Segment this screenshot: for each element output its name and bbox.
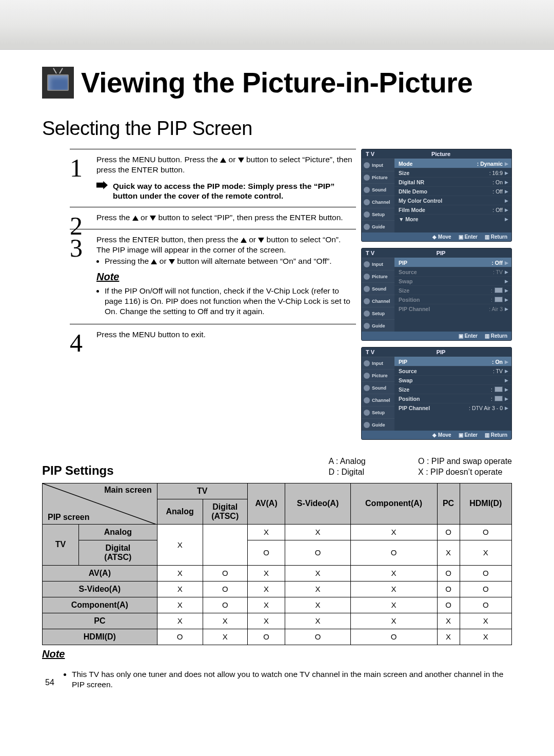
- legend-x: X : PIP doesn’t operate: [418, 468, 502, 476]
- row-digital: Digital (ATSC): [79, 540, 157, 565]
- legend: A : Analog O : PIP and swap operate D : …: [329, 456, 512, 478]
- cell: X: [247, 581, 285, 597]
- osd-move: Move: [438, 432, 451, 438]
- osd-pip-menu-on: T V PIP InputPictureSoundChannelSetupGui…: [361, 347, 512, 440]
- cell: X: [350, 613, 437, 629]
- legend-d: D : Digital: [329, 467, 416, 478]
- osd-row: PIP Channel: DTV Air 3 - 0▶: [394, 403, 511, 412]
- osd-side-item: Input: [362, 159, 394, 171]
- step-number: 3: [70, 231, 83, 264]
- osd-side-item: Guide: [362, 319, 394, 332]
- step-text: button will alternate between “On” and “…: [177, 257, 331, 265]
- osd-tv-badge: T V: [366, 349, 374, 355]
- page-subtitle: Selecting the PIP Screen: [42, 118, 512, 140]
- cell: O: [350, 540, 437, 565]
- down-arrow-icon: [258, 238, 264, 243]
- cell: O: [437, 524, 460, 540]
- down-arrow-icon: [169, 259, 175, 264]
- osd-row: PIP Channel: Air 3▶: [394, 304, 511, 313]
- osd-side-item: Setup: [362, 406, 394, 418]
- step-text: Press the ENTER button, then press the: [96, 235, 241, 244]
- footnote-label: Note: [42, 648, 65, 660]
- step-text: Pressing the: [105, 257, 151, 265]
- osd-side-item: Sound: [362, 183, 394, 196]
- osd-row: Mode: Dynamic▶: [394, 159, 511, 168]
- cell: X: [350, 581, 437, 597]
- osd-side-item: Picture: [362, 270, 394, 282]
- step-3: 3 Press the ENTER button, then press the…: [70, 229, 356, 324]
- cell: X: [285, 581, 350, 597]
- osd-row: PIP: On▶: [394, 357, 511, 366]
- col-hdmi: HDMI(D): [460, 483, 511, 524]
- osd-move: Move: [438, 234, 451, 240]
- cell: X: [350, 597, 437, 613]
- osd-row: Size:▶: [394, 285, 511, 295]
- osd-row: Size: 16:9▶: [394, 168, 511, 177]
- cell: X: [437, 613, 460, 629]
- page-title: Viewing the Picture-in-Picture: [81, 66, 472, 99]
- note-bullet: If the PIP On/Off will not function, che…: [105, 286, 354, 317]
- osd-footer: ◆ Move ▣ Enter ▥ Return: [362, 232, 511, 241]
- osd-list: PIP: Off▶Source: TV▶Swap▶Size:▶Position:…: [394, 258, 511, 332]
- up-arrow-icon: [132, 216, 138, 221]
- osd-side-item: Picture: [362, 369, 394, 381]
- col-group-tv: TV: [157, 483, 247, 499]
- osd-enter: Enter: [464, 333, 478, 339]
- cell: X: [460, 613, 511, 629]
- up-arrow-icon: [220, 158, 226, 163]
- osd-side-item: Channel: [362, 196, 394, 208]
- step-text: or: [141, 213, 150, 222]
- step-number: 1: [70, 151, 83, 184]
- metallic-top-band: [0, 0, 554, 50]
- osd-side-item: Channel: [362, 394, 394, 406]
- step-number: 4: [70, 326, 83, 359]
- osd-row: Digital NR: On▶: [394, 177, 511, 186]
- row-analog: Analog: [79, 524, 157, 540]
- hint-text: Quick way to access the PIP mode: Simply…: [113, 181, 354, 201]
- step-text: or: [229, 155, 238, 164]
- cell: X: [247, 597, 285, 613]
- osd-row: Source: TV▶: [394, 366, 511, 375]
- tv-icon: [42, 67, 74, 99]
- cell: X: [203, 613, 247, 629]
- corner-bottom-label: PIP screen: [48, 513, 90, 522]
- table-corner: Main screen PIP screen: [43, 483, 157, 524]
- cell: O: [285, 540, 350, 565]
- step3-bullet: Pressing the or button will alternate be…: [105, 256, 354, 266]
- cell: X: [247, 524, 285, 540]
- cell: X: [247, 613, 285, 629]
- cell: X: [285, 613, 350, 629]
- osd-title: PIP: [437, 349, 446, 355]
- cell: O: [350, 629, 437, 645]
- cell: X: [157, 597, 203, 613]
- step-2: 2 Press the or button to select “PIP”, t…: [70, 207, 356, 229]
- cell: O: [247, 540, 285, 565]
- note-label: Note: [96, 270, 119, 284]
- legend-a: A : Analog: [329, 456, 416, 467]
- osd-picture-menu: T V Picture InputPictureSoundChannelSetu…: [361, 149, 512, 242]
- osd-return: Return: [491, 432, 507, 438]
- col-analog: Analog: [157, 499, 203, 524]
- step-text: or: [160, 257, 169, 265]
- cell: X: [247, 565, 285, 581]
- page-number: 54: [42, 668, 57, 691]
- row-group-tv: TV: [43, 524, 79, 565]
- down-arrow-icon: [238, 158, 244, 163]
- osd-footer: ▣ Enter ▥ Return: [362, 332, 511, 340]
- step-text: Press the MENU button to exit.: [96, 330, 206, 339]
- osd-row: My Color Control▶: [394, 196, 511, 205]
- cell: O: [460, 581, 511, 597]
- osd-row: Position:▶: [394, 295, 511, 304]
- osd-row: Swap▶: [394, 375, 511, 384]
- cell: O: [203, 565, 247, 581]
- footnote-text: This TV has only one tuner and does not …: [72, 669, 512, 690]
- osd-sidebar: InputPictureSoundChannelSetupGuide: [362, 159, 394, 232]
- row-svideo: S-Video(A): [43, 581, 157, 597]
- up-arrow-icon: [151, 259, 157, 264]
- cell: O: [437, 581, 460, 597]
- osd-pip-menu-off: T V PIP InputPictureSoundChannelSetupGui…: [361, 248, 512, 341]
- osd-tv-badge: T V: [366, 250, 374, 256]
- row-pc: PC: [43, 613, 157, 629]
- cell: X: [157, 565, 203, 581]
- cell: X: [203, 629, 247, 645]
